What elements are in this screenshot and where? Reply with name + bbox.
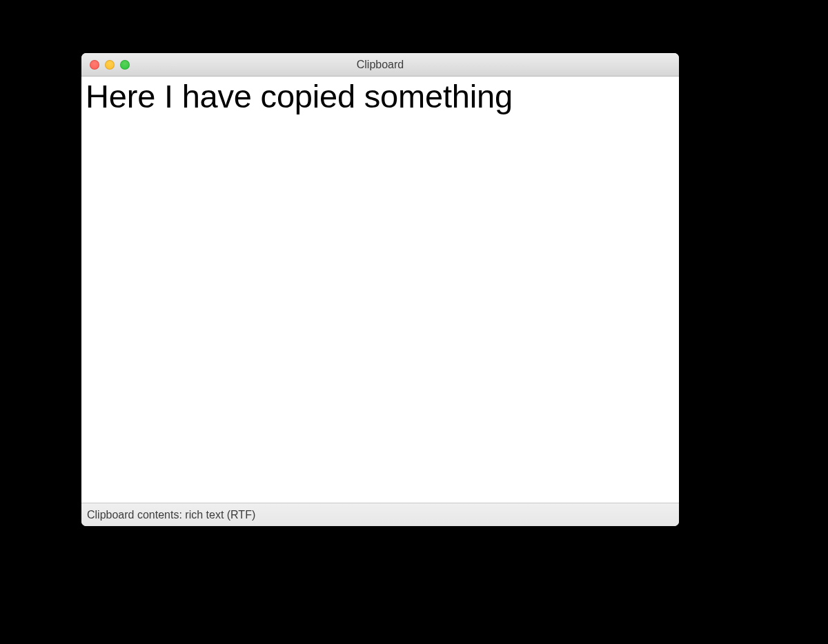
clipboard-content-area: Here I have copied something xyxy=(81,77,679,503)
minimize-button[interactable] xyxy=(105,60,115,70)
status-text: Clipboard contents: rich text (RTF) xyxy=(87,509,255,521)
status-bar: Clipboard contents: rich text (RTF) xyxy=(81,503,679,526)
zoom-button[interactable] xyxy=(120,60,130,70)
clipboard-window: Clipboard Here I have copied something C… xyxy=(81,53,679,526)
clipboard-text: Here I have copied something xyxy=(86,78,675,115)
window-titlebar[interactable]: Clipboard xyxy=(81,53,679,77)
traffic-lights xyxy=(90,60,130,70)
close-button[interactable] xyxy=(90,60,99,70)
window-title: Clipboard xyxy=(81,59,679,71)
